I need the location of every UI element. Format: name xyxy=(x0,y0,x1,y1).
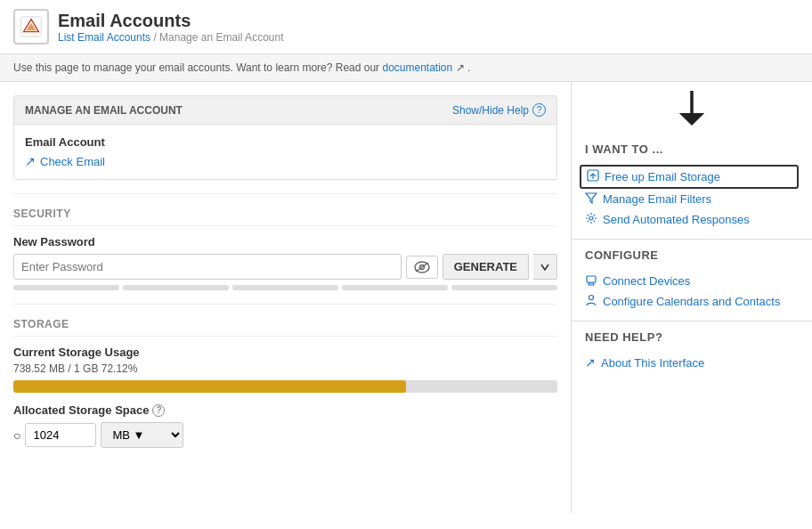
eye-icon xyxy=(414,261,430,273)
intro-bar: Use this page to manage your email accou… xyxy=(0,54,812,82)
toggle-password-button[interactable] xyxy=(406,256,438,279)
configure-section: CONFIGURE Connect Devices Con xyxy=(572,240,812,321)
manage-section-header: MANAGE AN EMAIL ACCOUNT Show/Hide Help ? xyxy=(14,96,556,125)
security-label: SECURITY xyxy=(13,208,557,226)
security-section: SECURITY New Password GENERATE xyxy=(13,193,557,290)
allocated-value-input[interactable] xyxy=(25,423,96,447)
generate-dropdown-button[interactable] xyxy=(533,254,557,280)
svg-marker-7 xyxy=(679,113,704,126)
svg-line-5 xyxy=(416,263,428,272)
check-email-link[interactable]: ↗ Check Email xyxy=(25,154,546,168)
strength-bar-3 xyxy=(232,285,338,290)
page-header: Email Accounts List Email Accounts / Man… xyxy=(0,0,812,54)
upload-icon xyxy=(587,169,599,184)
i-want-section: I WANT TO ... Free up Email Storage xyxy=(572,134,812,240)
chevron-down-icon xyxy=(540,264,549,271)
breadcrumb: List Email Accounts / Manage an Email Ac… xyxy=(58,31,283,44)
manage-section: MANAGE AN EMAIL ACCOUNT Show/Hide Help ?… xyxy=(13,95,557,180)
breadcrumb-current: Manage an Email Account xyxy=(159,31,283,44)
gear-icon xyxy=(585,212,597,227)
storage-progress-bar xyxy=(13,380,557,393)
intro-text: Use this page to manage your email accou… xyxy=(13,61,379,74)
manage-filters-link[interactable]: Manage Email Filters xyxy=(585,189,799,209)
password-input[interactable] xyxy=(13,254,402,280)
storage-usage-text: 738.52 MB / 1 GB 72.12% xyxy=(13,362,557,375)
password-row: GENERATE xyxy=(13,254,557,280)
email-account-label: Email Account xyxy=(25,135,546,149)
person-icon xyxy=(585,294,597,309)
configure-title: CONFIGURE xyxy=(585,248,799,262)
generate-button[interactable]: GENERATE xyxy=(443,254,529,280)
current-storage-usage-label: Current Storage Usage xyxy=(13,346,557,359)
device-icon xyxy=(585,273,597,289)
question-icon: ? xyxy=(532,103,546,117)
svg-point-11 xyxy=(589,216,593,220)
storage-progress-fill xyxy=(13,380,406,393)
header-title-block: Email Accounts List Email Accounts / Man… xyxy=(58,11,283,44)
external-link-icon: ↗ xyxy=(585,355,596,370)
strength-bar-4 xyxy=(342,285,448,290)
allocated-row: ○ MB ▼ GB Unlimited xyxy=(13,422,557,448)
strength-bar-5 xyxy=(451,285,557,290)
info-icon[interactable]: ? xyxy=(152,404,165,417)
arrow-indicator xyxy=(572,82,812,134)
new-password-label: New Password xyxy=(13,235,557,248)
svg-point-14 xyxy=(589,296,594,300)
main-panel: MANAGE AN EMAIL ACCOUNT Show/Hide Help ?… xyxy=(0,82,572,513)
radio-icon[interactable]: ○ xyxy=(13,428,20,443)
storage-title: STORAGE xyxy=(13,318,557,337)
storage-section: STORAGE Current Storage Usage 738.52 MB … xyxy=(13,304,557,448)
documentation-link[interactable]: documentation xyxy=(382,61,452,74)
external-link-icon: ↗ xyxy=(25,154,36,168)
page-title: Email Accounts xyxy=(58,11,283,31)
allocated-storage-label: Allocated Storage Space ? xyxy=(13,403,557,417)
about-interface-link[interactable]: ↗ About This Interface xyxy=(585,353,799,372)
page-body: MANAGE AN EMAIL ACCOUNT Show/Hide Help ?… xyxy=(0,82,812,513)
svg-marker-10 xyxy=(586,193,597,203)
breadcrumb-list-link[interactable]: List Email Accounts xyxy=(58,31,150,44)
configure-calendars-link[interactable]: Configure Calendars and Contacts xyxy=(585,291,799,312)
external-link-icon: ↗ xyxy=(456,61,465,74)
free-up-storage-link[interactable]: Free up Email Storage xyxy=(580,165,799,189)
need-help-title: NEED HELP? xyxy=(585,330,799,344)
need-help-section: NEED HELP? ↗ About This Interface xyxy=(572,321,812,381)
svg-rect-12 xyxy=(587,276,596,282)
manage-section-title: MANAGE AN EMAIL ACCOUNT xyxy=(25,104,183,117)
strength-bar-2 xyxy=(123,285,229,290)
app-icon xyxy=(13,9,49,45)
password-strength-bars xyxy=(13,285,557,290)
show-hide-help-link[interactable]: Show/Hide Help ? xyxy=(452,103,546,117)
down-arrow-icon xyxy=(678,91,706,126)
manage-section-body: Email Account ↗ Check Email xyxy=(14,125,556,179)
send-automated-responses-link[interactable]: Send Automated Responses xyxy=(585,209,799,230)
filter-icon xyxy=(585,191,597,207)
strength-bar-1 xyxy=(13,285,119,290)
unit-select[interactable]: MB ▼ GB Unlimited xyxy=(101,422,183,448)
side-panel: I WANT TO ... Free up Email Storage xyxy=(572,82,812,513)
svg-rect-13 xyxy=(589,283,594,285)
i-want-title: I WANT TO ... xyxy=(585,142,799,156)
connect-devices-link[interactable]: Connect Devices xyxy=(585,271,799,291)
